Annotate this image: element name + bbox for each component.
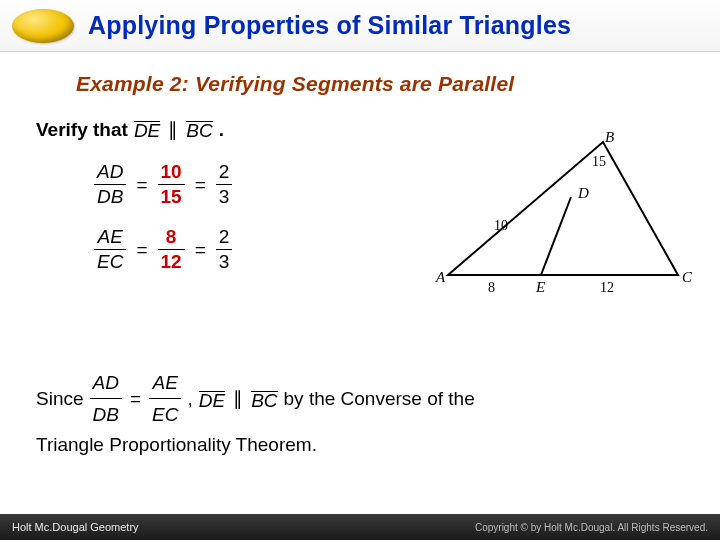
frac-den: DB [94, 184, 126, 208]
frac-2-3: 2 3 [216, 161, 233, 208]
frac-num: 8 [163, 226, 180, 249]
frac-8-12: 8 12 [158, 226, 185, 273]
conc-frac-1: AD DB [90, 368, 122, 430]
label-ad: 10 [494, 218, 508, 233]
frac-den: 3 [216, 184, 233, 208]
triangle-diagram: A B C D E 8 12 10 15 [428, 130, 698, 300]
frac-num: 2 [216, 161, 233, 184]
frac-2-3b: 2 3 [216, 226, 233, 273]
header: Applying Properties of Similar Triangles [0, 0, 720, 52]
segment-bc-label: BC [251, 392, 277, 407]
page-title: Applying Properties of Similar Triangles [88, 11, 571, 40]
conclusion: Since AD DB = AE EC , DE ∥ BC by the Con… [36, 368, 696, 459]
segment-de: DE [134, 121, 160, 137]
footer: Holt Mc.Dougal Geometry Copyright © by H… [0, 514, 720, 540]
frac-num: 10 [158, 161, 185, 184]
verify-suffix: . [219, 119, 224, 141]
conc-tail-2: Triangle Proportionality Theorem. [36, 430, 696, 459]
parallel-icon: ∥ [166, 118, 180, 141]
label-db: 15 [592, 154, 606, 169]
frac-10-15: 10 15 [158, 161, 185, 208]
frac-den: EC [149, 398, 181, 429]
parallel-icon: ∥ [231, 384, 245, 413]
frac-den: 15 [158, 184, 185, 208]
segment-de-label: DE [199, 392, 225, 407]
footer-brand: Holt Mc.Dougal Geometry [12, 521, 139, 533]
frac-num: AD [94, 161, 126, 184]
vertex-e: E [535, 279, 545, 295]
segment-bc-label: BC [186, 122, 212, 137]
svg-line-0 [541, 197, 571, 275]
frac-den: 3 [216, 249, 233, 273]
conc-tail-1: by the Converse of the [284, 384, 475, 413]
header-oval-icon [12, 9, 74, 43]
label-ec: 12 [600, 280, 614, 295]
subtitle-row: Example 2: Verifying Segments are Parall… [76, 72, 680, 96]
frac-ad-db: AD DB [94, 161, 126, 208]
frac-num: AE [95, 226, 126, 249]
vertex-b: B [605, 130, 614, 145]
frac-den: DB [90, 398, 122, 429]
equals-icon: = [193, 239, 208, 261]
conc-seg-bc: BC [251, 391, 277, 407]
equals-icon: = [134, 174, 149, 196]
frac-ae-ec: AE EC [94, 226, 126, 273]
vertex-d: D [577, 185, 589, 201]
conc-frac-2: AE EC [149, 368, 181, 430]
frac-den: 12 [158, 249, 185, 273]
conc-seg-de: DE [199, 391, 225, 407]
footer-copyright: Copyright © by Holt Mc.Dougal. All Right… [475, 522, 708, 533]
example-subtitle: Example 2: Verifying Segments are Parall… [76, 72, 680, 96]
frac-num: 2 [216, 226, 233, 249]
segment-bc: BC [186, 121, 212, 137]
verify-prefix: Verify that [36, 119, 128, 141]
equals-icon: = [128, 384, 143, 413]
vertex-c: C [682, 269, 693, 285]
label-ae: 8 [488, 280, 495, 295]
equals-icon: = [193, 174, 208, 196]
frac-num: AE [150, 368, 181, 398]
conc-since: Since [36, 384, 84, 413]
conc-comma: , [187, 384, 192, 413]
segment-de-label: DE [134, 122, 160, 137]
vertex-a: A [435, 269, 446, 285]
frac-num: AD [90, 368, 122, 398]
equals-icon: = [134, 239, 149, 261]
frac-den: EC [94, 249, 126, 273]
